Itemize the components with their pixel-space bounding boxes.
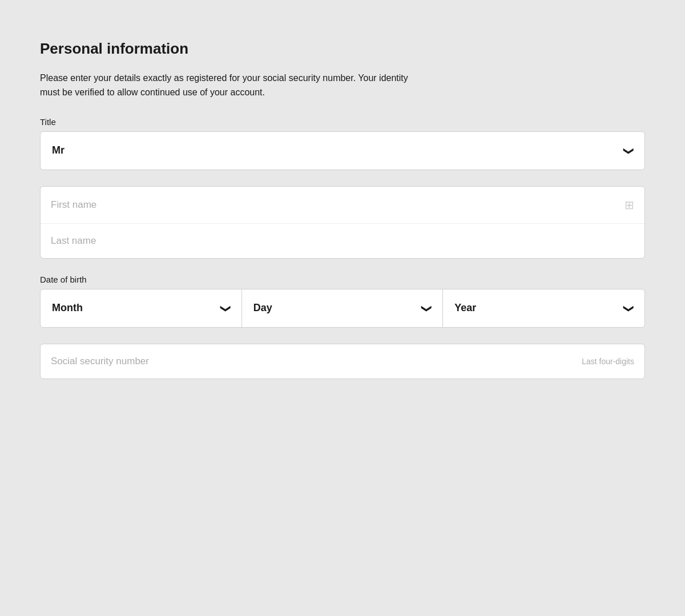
ssn-input[interactable]: [51, 356, 575, 367]
dob-section: Date of birth Month ❯ Day ❯ Year ❯: [40, 275, 645, 328]
year-select[interactable]: Year ❯: [443, 289, 644, 327]
id-card-icon: ⊞: [624, 198, 634, 212]
personal-info-form: Personal information Please enter your d…: [29, 23, 656, 396]
title-selected-value: Mr: [52, 144, 65, 156]
month-chevron-icon: ❯: [219, 304, 232, 312]
title-section: Title Mr ❯: [40, 117, 645, 170]
month-label: Month: [52, 302, 83, 314]
month-select[interactable]: Month ❯: [41, 289, 242, 327]
day-select[interactable]: Day ❯: [242, 289, 444, 327]
last-name-input[interactable]: [51, 235, 634, 247]
year-chevron-icon: ❯: [622, 304, 635, 312]
title-chevron-icon: ❯: [623, 146, 635, 155]
first-name-input[interactable]: [51, 199, 624, 211]
page-description: Please enter your details exactly as reg…: [40, 71, 428, 100]
page-title: Personal information: [40, 40, 645, 58]
dob-label: Date of birth: [40, 275, 645, 284]
dob-grid: Month ❯ Day ❯ Year ❯: [40, 289, 645, 328]
name-group: ⊞: [40, 186, 645, 259]
title-select[interactable]: Mr ❯: [41, 132, 644, 170]
first-name-row: ⊞: [41, 187, 644, 224]
year-label: Year: [454, 302, 476, 314]
day-chevron-icon: ❯: [421, 304, 433, 312]
title-select-group[interactable]: Mr ❯: [40, 131, 645, 170]
day-label: Day: [253, 302, 272, 314]
title-label: Title: [40, 117, 645, 127]
ssn-group: Last four-digits: [40, 344, 645, 379]
last-name-row: [41, 224, 644, 258]
ssn-hint: Last four-digits: [582, 357, 634, 366]
